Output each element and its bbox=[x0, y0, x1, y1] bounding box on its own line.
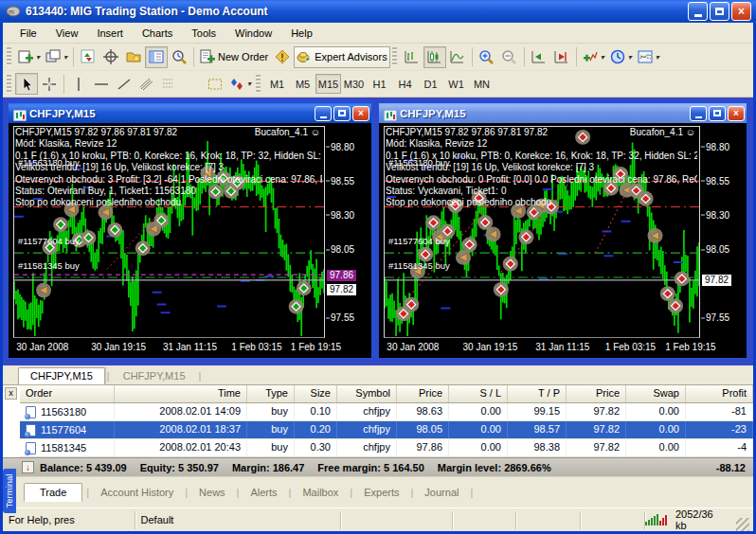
title-bar[interactable]: m 613440: MIG Trading Station - Demo Acc… bbox=[0, 0, 756, 23]
terminal-tab-account-history[interactable]: Account History bbox=[89, 484, 185, 501]
terminal-tab-news[interactable]: News bbox=[188, 484, 237, 501]
column-header-order[interactable]: Order bbox=[20, 385, 115, 402]
timeframe-h1[interactable]: H1 bbox=[367, 74, 392, 94]
templates-button[interactable]: ▾ bbox=[635, 46, 662, 68]
toolbar-separator bbox=[576, 47, 577, 66]
menu-help[interactable]: Help bbox=[281, 26, 322, 41]
strategy-tester-button[interactable] bbox=[168, 46, 190, 68]
zoom-in-button[interactable] bbox=[476, 46, 498, 68]
column-header-size[interactable]: Size bbox=[295, 385, 337, 402]
periods-button[interactable]: ▾ bbox=[607, 46, 635, 68]
chart-maximize-button[interactable] bbox=[709, 106, 726, 121]
column-header-sl[interactable]: S / L bbox=[449, 385, 508, 402]
vertical-line-tool-button[interactable] bbox=[67, 73, 90, 95]
metaeditor-button[interactable] bbox=[271, 46, 294, 68]
maximize-button[interactable] bbox=[710, 2, 729, 21]
window-tab-0[interactable]: CHFJPY,M15 bbox=[18, 367, 105, 384]
order-row[interactable]: 115776042008.02.01 18:37buy0.20chfjpy98.… bbox=[20, 421, 753, 439]
zoom-out-button[interactable] bbox=[498, 46, 521, 68]
line-chart-mode-button[interactable] bbox=[446, 46, 469, 68]
chart-minimize-button[interactable] bbox=[690, 106, 707, 121]
timeframe-m15[interactable]: M15 bbox=[315, 74, 341, 94]
toolbar-line-studies: ▾M1M5M15M30H1H4D1W1MN bbox=[3, 71, 753, 98]
horizontal-line-tool-button[interactable] bbox=[90, 73, 113, 95]
bar-chart-mode-button[interactable] bbox=[401, 46, 423, 68]
indicators-button[interactable]: ▾ bbox=[580, 46, 607, 68]
new-order-button[interactable]: New Order bbox=[197, 46, 271, 68]
chart-canvas[interactable]: #11563180 buy,#11577604 buy#11581345 buy… bbox=[9, 123, 371, 358]
terminal-tab-journal[interactable]: Journal bbox=[413, 484, 470, 501]
application-window: m 613440: MIG Trading Station - Demo Acc… bbox=[0, 0, 756, 534]
chart-maximize-button[interactable] bbox=[333, 106, 351, 121]
terminal-tab-experts[interactable]: Experts bbox=[352, 484, 410, 501]
resize-grip[interactable] bbox=[736, 518, 749, 531]
column-header-swap[interactable]: Swap bbox=[626, 385, 686, 402]
ea-overlay-line: Velikost trendu: [19] 16 Up, Velikost ko… bbox=[15, 162, 322, 173]
cursor-tool-button[interactable] bbox=[15, 73, 38, 95]
icon-art bbox=[45, 49, 62, 64]
chart-window-titlebar[interactable]: CHFJPY,M15 × bbox=[379, 103, 747, 123]
close-button[interactable]: × bbox=[731, 2, 751, 21]
column-header-price[interactable]: Price bbox=[397, 385, 449, 402]
text-tool-button[interactable] bbox=[181, 73, 204, 95]
arrows-tool-button[interactable]: ▾ bbox=[226, 73, 254, 95]
column-header-symbol[interactable]: Symbol bbox=[337, 385, 397, 402]
candlestick-mode-button[interactable] bbox=[423, 46, 446, 68]
expert-advisors-button[interactable]: Expert Advisors bbox=[294, 46, 389, 68]
minimize-button[interactable] bbox=[688, 2, 708, 21]
auto-scroll-button[interactable] bbox=[528, 46, 550, 68]
chart-window: CHFJPY,M15 × #11563180 buy,#11577604 buy… bbox=[377, 101, 748, 360]
order-row[interactable]: 115631802008.02.01 14:09buy0.10chfjpy98.… bbox=[20, 403, 753, 421]
column-header-profit[interactable]: Profit bbox=[686, 385, 753, 402]
icon-art bbox=[139, 77, 155, 92]
price-axis: 98.8098.5598.3098.0597.5597.8697.82 bbox=[326, 126, 369, 338]
terminal-tab-alerts[interactable]: Alerts bbox=[239, 484, 288, 501]
chart-shift-button[interactable] bbox=[550, 46, 573, 68]
timeframe-h4[interactable]: H4 bbox=[392, 74, 418, 94]
balance-value: Balance: 5 439.09 bbox=[40, 462, 127, 473]
column-header-type[interactable]: Type bbox=[247, 385, 295, 402]
text-label-tool-button[interactable] bbox=[204, 73, 226, 95]
menu-window[interactable]: Window bbox=[225, 26, 281, 41]
menu-view[interactable]: View bbox=[46, 26, 88, 41]
terminal-button[interactable] bbox=[145, 46, 168, 68]
menu-insert[interactable]: Insert bbox=[87, 26, 133, 41]
profiles-button[interactable]: ▾ bbox=[43, 46, 70, 68]
navigator-button[interactable] bbox=[122, 46, 145, 68]
cell-price: 98.05 bbox=[397, 421, 449, 438]
terminal-tab-mailbox[interactable]: Mailbox bbox=[291, 484, 350, 501]
trendline-tool-button[interactable] bbox=[113, 73, 135, 95]
menu-charts[interactable]: Charts bbox=[133, 26, 182, 41]
chart-close-button[interactable]: × bbox=[728, 106, 745, 121]
chart-minimize-button[interactable] bbox=[315, 106, 332, 121]
menu-file[interactable]: File bbox=[10, 26, 46, 41]
order-doc-icon bbox=[26, 442, 36, 454]
column-header-price[interactable]: Price bbox=[567, 385, 626, 402]
terminal-side-tab[interactable]: Terminal bbox=[3, 469, 16, 513]
menu-tools[interactable]: Tools bbox=[182, 26, 225, 41]
icon-art bbox=[19, 77, 35, 92]
chart-close-button[interactable]: × bbox=[352, 106, 369, 121]
chart-canvas[interactable]: #11563180 buy,#11577604 buy#11581345 buy… bbox=[379, 123, 747, 358]
new-chart-button[interactable]: ▾ bbox=[15, 46, 43, 68]
timeframe-m1[interactable]: M1 bbox=[264, 74, 290, 94]
timeframe-w1[interactable]: W1 bbox=[443, 74, 469, 94]
timeframe-d1[interactable]: D1 bbox=[418, 74, 443, 94]
data-window-button[interactable] bbox=[99, 46, 122, 68]
terminal-close-button[interactable]: x bbox=[5, 387, 17, 400]
chart-window-titlebar[interactable]: CHFJPY,M15 × bbox=[9, 103, 371, 123]
fibonacci-tool-button[interactable] bbox=[158, 73, 181, 95]
column-header-time[interactable]: Time bbox=[115, 385, 247, 402]
icon-art bbox=[553, 49, 569, 64]
market-watch-button[interactable] bbox=[77, 46, 99, 68]
timeframe-m5[interactable]: M5 bbox=[290, 74, 315, 94]
terminal-tab-trade[interactable]: Trade bbox=[24, 483, 82, 502]
crosshair-tool-button[interactable] bbox=[38, 73, 61, 95]
order-row[interactable]: 115813452008.02.01 20:43buy0.30chfjpy97.… bbox=[20, 439, 753, 457]
channel-tool-button[interactable] bbox=[135, 73, 158, 95]
status-profile[interactable]: Default bbox=[135, 511, 341, 529]
timeframe-mn[interactable]: MN bbox=[469, 74, 495, 94]
column-header-tp[interactable]: T / P bbox=[508, 385, 567, 402]
window-tab-1[interactable]: CHFJPY,M15 bbox=[112, 368, 197, 384]
timeframe-m30[interactable]: M30 bbox=[341, 74, 367, 94]
